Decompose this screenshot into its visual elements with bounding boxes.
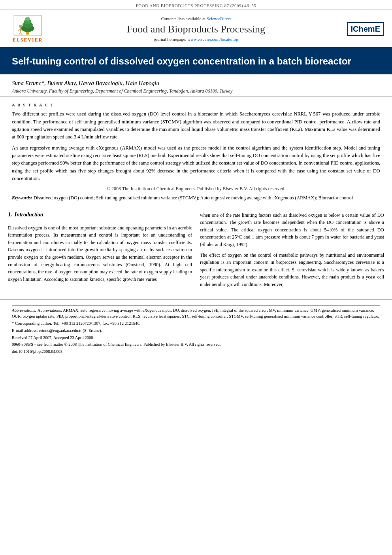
right-column: when one of the rate limiting factors su…	[200, 212, 384, 292]
doi-line: doi:10.1016/j.fbp.2008.04.003	[12, 349, 380, 355]
header-section: ELSEVIER Contents lists available at Sci…	[0, 10, 392, 48]
svg-point-4	[25, 17, 30, 21]
elsevier-text: ELSEVIER	[13, 37, 43, 43]
email-text: E-mail address: ertunc@eng.ankara.edu.tr…	[12, 328, 102, 333]
abstract-copyright: © 2008 The Institution of Chemical Engin…	[12, 186, 380, 192]
section1-paragraph-right1: when one of the rate limiting factors su…	[200, 212, 384, 248]
authors-line: Suna Ertunc*, Bulent Akay, Havva Boyacio…	[12, 80, 380, 87]
article-title: Self-tuning control of dissolved oxygen …	[12, 55, 380, 67]
corresponding-author-text: * Corresponding author. Tel.: +90 312 21…	[12, 321, 140, 326]
icheme-logo: IChemE	[345, 22, 384, 36]
contents-line: Contents lists available at ScienceDirec…	[51, 16, 341, 21]
abstract-paragraph2: An auto regressive moving average with e…	[12, 144, 380, 183]
keywords-text: Dissolved oxygen (DO) control; Self-tuni…	[34, 195, 353, 201]
section1-title: Introduction	[15, 212, 43, 218]
abstract-section: A B S T R A C T Two different set profil…	[0, 97, 392, 205]
corresponding-author-line: * Corresponding author. Tel.: +90 312 21…	[12, 320, 380, 327]
left-column: 1. Introduction Dissolved oxygen is one …	[8, 212, 192, 292]
abbreviations-text: Abbreviations: ARMAX, auto regressive mo…	[12, 308, 379, 319]
journal-bar-text: FOOD AND BIOPRODUCTS PROCESSING 87 (2009…	[136, 3, 256, 8]
svg-line-10	[21, 32, 22, 34]
section1-number: 1.	[8, 212, 12, 218]
elsevier-tree-icon	[12, 15, 43, 36]
section1-paragraph1: Dissolved oxygen is one of the most impo…	[8, 224, 192, 283]
journal-name: Food and Bioproducts Processing	[51, 23, 341, 35]
svg-line-9	[19, 32, 21, 34]
section1-header: 1. Introduction	[8, 212, 192, 221]
abbreviations-label: Abbreviations:	[12, 308, 38, 313]
issn-line: 0960-3085/$ – see front matter © 2008 Th…	[12, 341, 380, 348]
journal-homepage: journal homepage: www.elsevier.com/locat…	[51, 37, 341, 42]
icheme-box: IChemE	[347, 22, 384, 36]
homepage-link[interactable]: www.elsevier.com/locate/fbp	[187, 37, 238, 42]
authors-section: Suna Ertunc*, Bulent Akay, Havva Boyacio…	[0, 74, 392, 97]
header-center: Contents lists available at ScienceDirec…	[47, 16, 345, 42]
affiliation-line: Ankara University, Faculty of Engineerin…	[12, 88, 380, 94]
svg-point-5	[19, 25, 22, 28]
section1-paragraph-right2: The effect of oxygen on the control of m…	[200, 252, 384, 288]
abstract-label: A B S T R A C T	[12, 102, 380, 107]
article-title-section: Self-tuning control of dissolved oxygen …	[0, 48, 392, 74]
abbreviations-line: Abbreviations: Abbreviations: ARMAX, aut…	[12, 307, 380, 320]
received-line: Received 27 April 2007; Accepted 23 Apri…	[12, 335, 380, 341]
main-content: 1. Introduction Dissolved oxygen is one …	[0, 205, 392, 295]
journal-bar: FOOD AND BIOPRODUCTS PROCESSING 87 (2009…	[0, 0, 392, 10]
email-line: E-mail address: ertunc@eng.ankara.edu.tr…	[12, 328, 380, 334]
elsevier-logo: ELSEVIER	[8, 15, 47, 43]
sciencedirect-link[interactable]: ScienceDirect	[207, 16, 231, 21]
keywords-label: Keywords:	[12, 195, 32, 201]
abstract-paragraph1: Two different set profiles were used dur…	[12, 110, 380, 141]
page: FOOD AND BIOPRODUCTS PROCESSING 87 (2009…	[0, 0, 392, 555]
keywords-line: Keywords: Dissolved oxygen (DO) control;…	[12, 195, 380, 201]
footer-notes: Abbreviations: Abbreviations: ARMAX, aut…	[0, 299, 392, 360]
footer-divider	[12, 305, 380, 306]
